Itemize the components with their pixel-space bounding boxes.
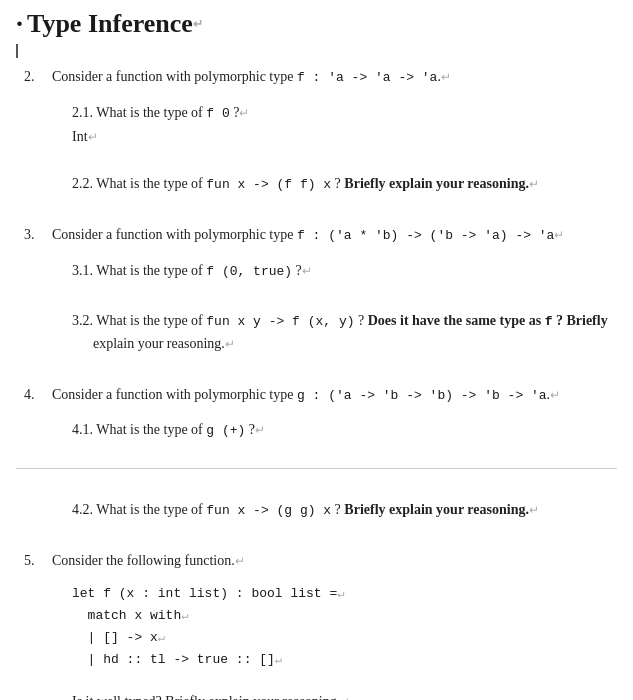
q5-after-code: Is it well typed? Briefly explain your r… xyxy=(72,691,617,700)
question-4-2: 4.2. What is the type of fun x -> (g g) … xyxy=(72,499,617,522)
q5-text: Consider the following function.↵ xyxy=(52,550,245,571)
q2-1-answer: Int↵ xyxy=(72,126,617,147)
q2-number: 2. xyxy=(24,69,44,85)
question-2-2: 2.2. What is the type of fun x -> (f f) … xyxy=(72,173,617,196)
question-5-main: 5. Consider the following function.↵ xyxy=(24,550,617,571)
question-3-main: 3. Consider a function with polymorphic … xyxy=(24,224,617,246)
code-line-3: | [] -> x↵ xyxy=(72,627,617,649)
q3-2-instruction-1: Does it have the same type as f ? Briefl… xyxy=(368,313,608,328)
q3-1-text: 3.1. What is the type of f (0, true) ?↵ xyxy=(72,260,617,283)
code-line-2: match x with↵ xyxy=(72,605,617,627)
q2-2-code: fun x -> (f f) x xyxy=(206,177,331,192)
q5-sub: Is it well typed? Briefly explain your r… xyxy=(72,691,617,700)
code-line-1: let f (x : int list) : bool list =↵ xyxy=(72,583,617,605)
return-mark: ↵ xyxy=(193,17,203,32)
question-4: 4. Consider a function with polymorphic … xyxy=(24,384,617,544)
cursor xyxy=(16,44,18,58)
q3-1-code: f (0, true) xyxy=(206,264,292,279)
question-3-1: 3.1. What is the type of f (0, true) ?↵ xyxy=(72,260,617,283)
question-4-main: 4. Consider a function with polymorphic … xyxy=(24,384,617,406)
q3-type: f : ('a * 'b) -> ('b -> 'a) -> 'a xyxy=(297,228,554,243)
q3-2-text: 3.2. What is the type of fun x y -> f (x… xyxy=(72,310,617,355)
q4-2-text: 4.2. What is the type of fun x -> (g g) … xyxy=(72,499,617,522)
q3-text: Consider a function with polymorphic typ… xyxy=(52,224,564,246)
q4-type: g : ('a -> 'b -> 'b) -> 'b -> 'a xyxy=(297,388,547,403)
q2-text: Consider a function with polymorphic typ… xyxy=(52,66,451,88)
q4-number: 4. xyxy=(24,387,44,403)
question-3: 3. Consider a function with polymorphic … xyxy=(24,224,617,377)
q2-1-code: f 0 xyxy=(206,106,229,121)
q4-2-code: fun x -> (g g) x xyxy=(206,503,331,518)
content-area: 2. Consider a function with polymorphic … xyxy=(16,66,617,700)
code-line-4: | hd :: tl -> true :: []↵ xyxy=(72,649,617,671)
q4-2-instruction: Briefly explain your reasoning. xyxy=(344,502,529,517)
q4-text: Consider a function with polymorphic typ… xyxy=(52,384,560,406)
q4-1-text: 4.1. What is the type of g (+) ?↵ xyxy=(72,419,617,442)
question-2-1: 2.1. What is the type of f 0 ?↵ xyxy=(72,102,617,125)
question-5: 5. Consider the following function.↵ let… xyxy=(24,550,617,700)
question-2-main: 2. Consider a function with polymorphic … xyxy=(24,66,617,88)
question-2: 2. Consider a function with polymorphic … xyxy=(24,66,617,218)
q3-2-code: fun x y -> f (x, y) xyxy=(206,314,354,329)
q5-code-block: let f (x : int list) : bool list =↵ matc… xyxy=(72,583,617,671)
q4-1-code: g (+) xyxy=(206,423,245,438)
question-3-2: 3.2. What is the type of fun x y -> f (x… xyxy=(72,310,617,355)
page-title: Type Inference↵ xyxy=(16,8,617,40)
q2-2-instruction: Briefly explain your reasoning. xyxy=(344,176,529,191)
q5-number: 5. xyxy=(24,553,44,569)
q2-type: f : 'a -> 'a -> 'a xyxy=(297,70,437,85)
q2-1-text: 2.1. What is the type of f 0 ?↵ xyxy=(72,102,617,125)
q3-2-f: f xyxy=(545,314,553,329)
q2-2-text: 2.2. What is the type of fun x -> (f f) … xyxy=(72,173,617,196)
q3-number: 3. xyxy=(24,227,44,243)
question-4-1: 4.1. What is the type of g (+) ?↵ xyxy=(72,419,617,442)
